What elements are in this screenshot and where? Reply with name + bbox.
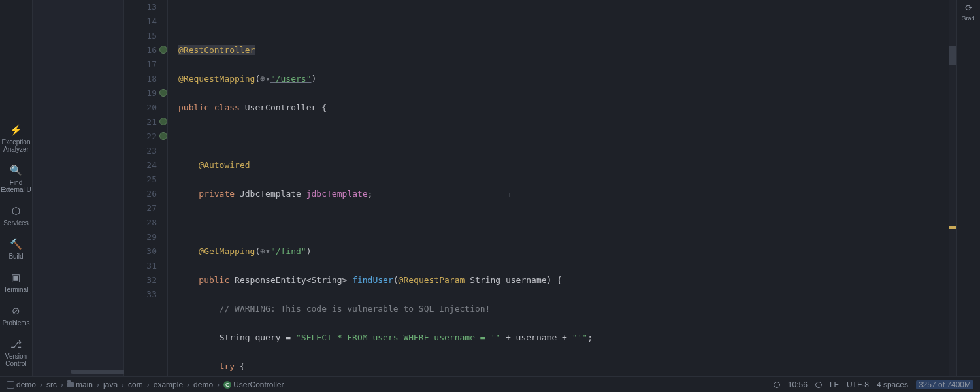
gutter-marker-icon[interactable] bbox=[159, 132, 167, 140]
line-number: 15 bbox=[124, 29, 157, 43]
line-number: 20 bbox=[124, 101, 157, 115]
line-number: 30 bbox=[124, 244, 157, 259]
right-tool-sidebar: ⟳ Gradl bbox=[956, 0, 980, 376]
sidebar-item-label: Build bbox=[8, 253, 23, 260]
line-number: 28 bbox=[124, 216, 157, 230]
code-line[interactable]: public class UserController { bbox=[178, 101, 956, 115]
code-line[interactable]: @RequestMapping(⊕▾"/users") bbox=[178, 72, 956, 86]
sidebar-item-exception-analyzer[interactable]: ⚡ Exception Analyzer bbox=[2, 124, 31, 153]
line-number: 13 bbox=[124, 0, 157, 14]
status-widgets: 10:56 LF UTF-8 4 spaces 3257 of 7400M bbox=[774, 380, 973, 389]
status-line-sep[interactable]: LF bbox=[830, 380, 839, 389]
line-number: 19 bbox=[124, 86, 157, 101]
sidebar-item-problems[interactable]: ⊘ Problems bbox=[2, 305, 29, 327]
project-panel bbox=[33, 0, 124, 376]
line-number: 22 bbox=[124, 129, 157, 144]
line-number: 16 bbox=[124, 43, 157, 57]
code-line[interactable]: public ResponseEntity<String> findUser(@… bbox=[178, 273, 956, 287]
line-number: 26 bbox=[124, 187, 157, 201]
code-line[interactable]: try { bbox=[178, 359, 956, 374]
gutter-marker-icon[interactable] bbox=[159, 118, 167, 125]
breadcrumb-item[interactable]: demo bbox=[7, 380, 36, 389]
sidebar-item-label: Find External U bbox=[1, 179, 31, 193]
scrollbar-thumb[interactable] bbox=[949, 46, 956, 65]
line-number: 17 bbox=[124, 57, 157, 72]
chevron-right-icon: › bbox=[147, 380, 150, 389]
line-number: 21 bbox=[124, 115, 157, 129]
circle-slash-icon: ⊘ bbox=[12, 305, 20, 317]
line-number: 31 bbox=[124, 259, 157, 273]
status-time[interactable]: 10:56 bbox=[788, 380, 808, 389]
hammer-icon: 🔨 bbox=[10, 238, 22, 250]
gutter-marker-icon[interactable] bbox=[159, 89, 167, 97]
line-number: 23 bbox=[124, 144, 157, 158]
chevron-right-icon: › bbox=[61, 380, 63, 389]
chevron-right-icon: › bbox=[217, 380, 220, 389]
chevron-right-icon: › bbox=[122, 380, 124, 389]
line-number: 27 bbox=[124, 201, 157, 216]
line-number: 29 bbox=[124, 230, 157, 244]
code-line[interactable]: // WARNING: This code is vulnerable to S… bbox=[178, 302, 956, 316]
lock-icon[interactable] bbox=[774, 382, 780, 388]
code-line[interactable] bbox=[178, 14, 956, 29]
left-tool-sidebar: ⚡ Exception Analyzer 🔍 Find External U ⬡… bbox=[0, 0, 33, 376]
chevron-right-icon: › bbox=[40, 380, 42, 389]
sidebar-item-build[interactable]: 🔨 Build bbox=[8, 238, 23, 260]
code-line[interactable] bbox=[178, 216, 956, 230]
status-indent[interactable]: 4 spaces bbox=[877, 380, 908, 389]
breadcrumb-item[interactable]: java bbox=[103, 380, 118, 389]
breadcrumb-item[interactable]: src bbox=[46, 380, 57, 389]
folder-icon bbox=[67, 382, 74, 387]
line-number: 14 bbox=[124, 14, 157, 29]
line-number: 25 bbox=[124, 172, 157, 187]
code-line[interactable]: @GetMapping(⊕▾"/find") bbox=[178, 244, 956, 259]
class-icon: C bbox=[223, 381, 231, 389]
sidebar-item-label: Exception Analyzer bbox=[2, 139, 31, 153]
sidebar-item-label: Services bbox=[3, 220, 28, 227]
line-number-gutter: 13 14 15 16 17 18 19 20 21 22 23 24 25 2… bbox=[124, 0, 162, 376]
scrollbar-marker bbox=[949, 226, 956, 229]
breadcrumb-item[interactable]: example bbox=[154, 380, 183, 389]
sidebar-item-version-control[interactable]: ⎇ Version Control bbox=[5, 338, 27, 367]
code-line[interactable]: String query = "SELECT * FROM users WHER… bbox=[178, 331, 956, 345]
status-encoding[interactable]: UTF-8 bbox=[847, 380, 869, 389]
breadcrumb-item[interactable]: demo bbox=[193, 380, 213, 389]
code-line[interactable]: @Autowired bbox=[178, 158, 956, 172]
chevron-right-icon: › bbox=[187, 380, 189, 389]
breadcrumb-item[interactable]: CUserController bbox=[223, 380, 284, 389]
module-icon bbox=[7, 381, 14, 389]
sidebar-item-terminal[interactable]: ▣ Terminal bbox=[4, 272, 29, 293]
status-memory[interactable]: 3257 of 7400M bbox=[916, 380, 973, 389]
line-number: 33 bbox=[124, 287, 157, 302]
editor-scrollbar[interactable] bbox=[949, 0, 956, 376]
code-editor[interactable]: 13 14 15 16 17 18 19 20 21 22 23 24 25 2… bbox=[124, 0, 956, 376]
search-icon: 🔍 bbox=[10, 165, 22, 176]
hexagon-icon: ⬡ bbox=[12, 205, 20, 217]
sidebar-item-label: Problems bbox=[2, 319, 29, 327]
shield-icon[interactable] bbox=[815, 382, 822, 388]
code-text[interactable]: @RestController @RequestMapping(⊕▾"/user… bbox=[167, 0, 956, 376]
gradle-icon[interactable]: ⟳ bbox=[965, 3, 973, 13]
code-line[interactable]: private JdbcTemplate jdbcTemplate; bbox=[178, 187, 956, 201]
gutter-marker-icon[interactable] bbox=[159, 46, 167, 54]
sidebar-item-label: Terminal bbox=[4, 286, 29, 293]
line-number: 18 bbox=[124, 72, 157, 86]
sidebar-item-label: Version Control bbox=[5, 353, 27, 367]
zap-icon: ⚡ bbox=[10, 124, 22, 136]
breadcrumb[interactable]: demo › src › main › java › com › example… bbox=[7, 380, 774, 389]
breadcrumb-item[interactable]: com bbox=[128, 380, 143, 389]
status-bar: demo › src › main › java › com › example… bbox=[0, 376, 980, 392]
code-line[interactable] bbox=[178, 129, 956, 144]
line-number: 24 bbox=[124, 158, 157, 172]
sidebar-item-find-external[interactable]: 🔍 Find External U bbox=[1, 165, 31, 193]
terminal-icon: ▣ bbox=[11, 272, 20, 284]
breadcrumb-item[interactable]: main bbox=[67, 380, 93, 389]
line-number: 32 bbox=[124, 273, 157, 287]
chevron-right-icon: › bbox=[97, 380, 99, 389]
sidebar-item-services[interactable]: ⬡ Services bbox=[3, 205, 28, 227]
branch-icon: ⎇ bbox=[10, 338, 22, 350]
code-line[interactable]: @RestController bbox=[178, 43, 956, 57]
